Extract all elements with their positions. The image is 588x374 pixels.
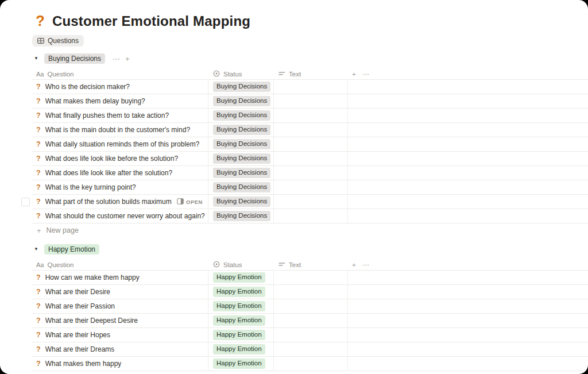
text-cell[interactable]	[274, 123, 348, 137]
table-row[interactable]: ?What should the customer never worry ab…	[32, 209, 588, 223]
group-name-tag[interactable]: Buying Decisions	[44, 53, 105, 64]
page-title[interactable]: Customer Emotional Mapping	[52, 13, 250, 29]
new-page-button[interactable]: +New page	[32, 371, 588, 374]
question-cell[interactable]: ?What is the key turning point?	[32, 180, 208, 194]
column-header-text[interactable]: Text	[274, 259, 348, 270]
group-collapse-toggle-icon[interactable]: ▼	[33, 247, 39, 252]
status-cell[interactable]: Buying Decisions	[208, 152, 274, 165]
table-row[interactable]: ?What makes them delay buying?Buying Dec…	[32, 94, 588, 109]
text-cell[interactable]	[274, 357, 348, 371]
table-row[interactable]: ?What makes them happyHappy Emotion	[32, 357, 588, 371]
text-cell[interactable]	[274, 314, 348, 327]
question-cell[interactable]: ?What does life look like before the sol…	[32, 152, 208, 165]
table-row[interactable]: ?What are their DreamsHappy Emotion	[32, 342, 588, 357]
row-question-mark-icon: ?	[36, 288, 41, 296]
table-more-icon[interactable]: ⋯	[363, 261, 370, 269]
question-cell[interactable]: ?What are their Desire	[32, 285, 208, 299]
new-page-button[interactable]: +New page	[32, 223, 588, 237]
text-cell[interactable]	[274, 80, 348, 94]
question-cell[interactable]: ?What is the main doubt in the customer'…	[32, 123, 208, 137]
status-cell[interactable]: Happy Emotion	[208, 285, 274, 299]
status-cell[interactable]: Buying Decisions	[208, 166, 274, 180]
table-row[interactable]: ?What are their DesireHappy Emotion	[32, 285, 588, 299]
table-row[interactable]: ?What are their Deepest DesireHappy Emot…	[32, 314, 588, 328]
text-cell[interactable]	[274, 209, 348, 223]
groups-container: ▼Buying Decisions⋯+AaQuestionStatusText+…	[0, 53, 588, 374]
status-cell[interactable]: Happy Emotion	[208, 271, 274, 284]
column-header-status[interactable]: Status	[208, 259, 274, 270]
group-more-icon[interactable]: ⋯	[113, 55, 120, 63]
question-cell[interactable]: ?What are their Passion	[32, 299, 208, 313]
page-question-mark-icon[interactable]: ?	[36, 13, 45, 28]
status-badge: Buying Decisions	[213, 110, 270, 121]
text-cell[interactable]	[274, 195, 348, 209]
table-row[interactable]: ? What finally pushes them to take actio…	[32, 109, 588, 123]
question-cell[interactable]: ?What are their Hopes	[32, 328, 208, 342]
status-cell[interactable]: Happy Emotion	[208, 299, 274, 313]
table-header-row: AaQuestionStatusText+⋯	[32, 68, 588, 80]
text-icon	[278, 71, 285, 78]
question-cell[interactable]: ?What are their Deepest Desire	[32, 314, 208, 327]
text-cell[interactable]	[274, 342, 348, 356]
table-row[interactable]: ?What are their PassionHappy Emotion	[32, 299, 588, 314]
question-cell[interactable]: ?What makes them delay buying?	[32, 94, 208, 108]
status-cell[interactable]: Buying Decisions	[208, 209, 274, 223]
status-cell[interactable]: Buying Decisions	[208, 137, 274, 151]
add-column-icon[interactable]: +	[352, 261, 356, 268]
status-cell[interactable]: Happy Emotion	[208, 342, 274, 356]
table-row[interactable]: ?How can we make them happyHappy Emotion	[32, 271, 588, 285]
status-cell[interactable]: Buying Decisions	[208, 180, 274, 194]
table-row[interactable]: ?What is the key turning point?Buying De…	[32, 180, 588, 195]
table-row[interactable]: ?Who is the decision maker?Buying Decisi…	[32, 80, 588, 94]
column-header-question[interactable]: AaQuestion	[32, 259, 208, 270]
question-cell[interactable]: ?Who is the decision maker?	[32, 80, 208, 94]
row-question-mark-icon: ?	[36, 155, 41, 163]
question-cell[interactable]: ?What makes them happy	[32, 357, 208, 371]
row-trailing-space	[348, 314, 588, 327]
status-cell[interactable]: Happy Emotion	[208, 357, 274, 371]
open-button[interactable]: OPEN	[177, 198, 203, 206]
status-cell[interactable]: Buying Decisions	[208, 94, 274, 108]
text-cell[interactable]	[274, 328, 348, 342]
question-cell[interactable]: ?What should the customer never worry ab…	[32, 209, 208, 223]
text-cell[interactable]	[274, 299, 348, 313]
text-cell[interactable]	[274, 137, 348, 151]
question-cell[interactable]: ?What does life look like after the solu…	[32, 166, 208, 180]
text-cell[interactable]	[274, 285, 348, 299]
question-cell[interactable]: ?What part of the solution builds maximu…	[32, 195, 208, 209]
status-badge: Happy Emotion	[213, 358, 265, 369]
status-cell[interactable]: Happy Emotion	[208, 328, 274, 342]
group-collapse-toggle-icon[interactable]: ▼	[33, 56, 39, 61]
table-row[interactable]: ?What are their HopesHappy Emotion	[32, 328, 588, 342]
table-row[interactable]: ?What part of the solution builds maximu…	[32, 195, 588, 209]
table-row[interactable]: ?What is the main doubt in the customer'…	[32, 123, 588, 137]
add-column-icon[interactable]: +	[352, 71, 356, 78]
group-name-tag[interactable]: Happy Emotion	[44, 244, 99, 255]
text-cell[interactable]	[274, 180, 348, 194]
tab-questions[interactable]: Questions	[32, 35, 84, 47]
question-cell[interactable]: ? What finally pushes them to take actio…	[32, 109, 208, 122]
question-cell[interactable]: ?What are their Dreams	[32, 342, 208, 356]
text-cell[interactable]	[274, 94, 348, 108]
column-header-text[interactable]: Text	[274, 68, 348, 79]
text-cell[interactable]	[274, 271, 348, 284]
table-row[interactable]: ?What does life look like after the solu…	[32, 166, 588, 180]
status-cell[interactable]: Buying Decisions	[208, 123, 274, 137]
column-header-question[interactable]: AaQuestion	[32, 68, 208, 79]
table-row[interactable]: ?What does life look like before the sol…	[32, 152, 588, 166]
row-select-checkbox[interactable]	[21, 198, 30, 206]
question-cell[interactable]: ?What daily situation reminds them of th…	[32, 137, 208, 151]
text-cell[interactable]	[274, 166, 348, 180]
table-row[interactable]: ?What daily situation reminds them of th…	[32, 137, 588, 152]
status-cell[interactable]: Happy Emotion	[208, 314, 274, 327]
table-more-icon[interactable]: ⋯	[363, 70, 370, 78]
status-cell[interactable]: Buying Decisions	[208, 195, 274, 209]
status-cell[interactable]: Buying Decisions	[208, 109, 274, 122]
group-happy-emotion: ▼Happy EmotionAaQuestionStatusText+⋯?How…	[0, 244, 588, 374]
text-cell[interactable]	[274, 152, 348, 165]
status-cell[interactable]: Buying Decisions	[208, 80, 274, 94]
question-cell[interactable]: ?How can we make them happy	[32, 271, 208, 284]
group-add-row-icon[interactable]: +	[125, 55, 130, 63]
column-header-status[interactable]: Status	[208, 68, 274, 79]
text-cell[interactable]	[274, 109, 348, 122]
